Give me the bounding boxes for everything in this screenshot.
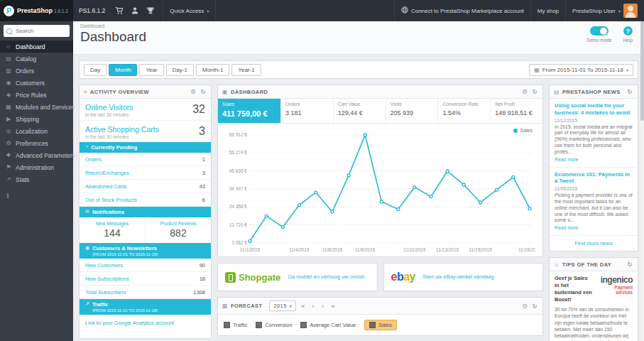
refresh-icon[interactable]: ↻ bbox=[531, 88, 538, 95]
sidebar-item-orders[interactable]: ▥Orders bbox=[0, 65, 73, 77]
ebay-promo[interactable]: ebay Start uw eBay-winkel vandaag bbox=[383, 263, 544, 291]
refresh-icon[interactable]: ↻ bbox=[200, 88, 207, 95]
marketplace-connect-link[interactable]: Connect to PrestaShop Marketplace accoun… bbox=[394, 0, 530, 21]
range-day-minus-1-button[interactable]: Day-1 bbox=[166, 64, 194, 76]
gear-icon[interactable]: ⚙ bbox=[521, 303, 528, 310]
row-link[interactable]: Return/Exchanges bbox=[85, 170, 129, 176]
sidebar-item-administration[interactable]: ⚑Administration bbox=[0, 161, 73, 173]
quick-access-menu[interactable]: Quick Access ▾ bbox=[163, 0, 216, 21]
online-visitors-link[interactable]: Online Visitors bbox=[85, 103, 133, 112]
demo-mode-toggle[interactable] bbox=[590, 26, 608, 36]
sidebar-item-stats[interactable]: ↗Stats bbox=[0, 173, 73, 185]
search-input[interactable] bbox=[14, 27, 64, 35]
cart-icon[interactable] bbox=[115, 6, 124, 15]
active-carts-value: 3 bbox=[199, 125, 205, 138]
news-article-title[interactable]: Ecommerce 101: Payments in a Tweet bbox=[555, 171, 633, 185]
sidebar-item-modules[interactable]: ▦Modules and Services bbox=[0, 101, 73, 113]
breadcrumb[interactable]: Dashboard bbox=[80, 23, 637, 28]
range-month-button[interactable]: Month bbox=[109, 64, 137, 76]
read-more-link[interactable]: Read more bbox=[555, 225, 579, 230]
help-icon[interactable]: ? bbox=[623, 26, 633, 36]
user-menu[interactable]: PrestaShop User ▾ bbox=[565, 0, 644, 21]
sidebar-item-label: Preferences bbox=[16, 140, 48, 147]
news-article-title[interactable]: Using social media for your business: 4 … bbox=[555, 102, 633, 117]
sidebar-item-advanced-parameters[interactable]: ✚Advanced Parameters bbox=[0, 149, 73, 161]
sidebar-item-preferences[interactable]: ⚙Preferences bbox=[0, 137, 73, 149]
ebay-link[interactable]: Start uw eBay-winkel vandaag bbox=[422, 274, 494, 280]
forecast-legend-average-cart-value[interactable]: Average Cart Value bbox=[300, 322, 356, 328]
chart-legend[interactable]: Sales bbox=[513, 128, 533, 133]
activity-panel-header: ≈ Activity overview ⚙ ↻ bbox=[80, 85, 211, 99]
product-reviews-stat[interactable]: Product Reviews 882 bbox=[145, 217, 211, 243]
news-article: Using social media for your business: 4 … bbox=[550, 99, 638, 168]
range-month-minus-1-button[interactable]: Month-1 bbox=[196, 64, 229, 76]
gear-icon[interactable]: ⚙ bbox=[190, 88, 197, 95]
google-analytics-link[interactable]: Link to your Google Analytics account bbox=[80, 315, 211, 331]
row-link[interactable]: Total Subscribers bbox=[85, 289, 126, 296]
gear-icon[interactable]: ⚙ bbox=[521, 88, 528, 95]
find-more-news-link[interactable]: Find more news bbox=[550, 236, 638, 251]
traffic-header: ↗ Traffic (FROM 2015-11-01 TO 2015-11-18… bbox=[80, 299, 211, 315]
pending-row-returns: Return/Exchanges3 bbox=[80, 166, 211, 180]
catalog-icon: ▤ bbox=[5, 55, 12, 62]
row-link[interactable]: Out of Stock Products bbox=[85, 197, 137, 203]
next-page-icon[interactable]: › bbox=[320, 303, 326, 310]
trophy-icon[interactable] bbox=[146, 6, 155, 15]
stat-value: 144 bbox=[81, 227, 143, 239]
new-messages-stat[interactable]: New Messages 144 bbox=[80, 217, 145, 243]
sidebar-item-localization[interactable]: ◎Localization bbox=[0, 125, 73, 137]
active-carts-link[interactable]: Active Shopping Carts bbox=[85, 125, 159, 134]
sidebar-item-customers[interactable]: ◉Customers bbox=[0, 77, 73, 89]
last-page-icon[interactable]: » bbox=[329, 303, 337, 310]
sidebar-item-price-rules[interactable]: ◈Price Rules bbox=[0, 89, 73, 101]
forecast-legend-traffic[interactable]: Traffic bbox=[224, 322, 247, 328]
pending-row-abandoned-carts: Abandoned Carts43 bbox=[80, 180, 211, 193]
first-page-icon[interactable]: « bbox=[299, 303, 307, 310]
customer-icon[interactable] bbox=[131, 6, 139, 15]
forecast-legend-conversion[interactable]: Conversion bbox=[256, 322, 292, 328]
refresh-icon[interactable]: ↻ bbox=[626, 88, 633, 95]
forecast-year-select[interactable]: 2015 ▾ bbox=[269, 301, 296, 311]
row-link[interactable]: Abandoned Carts bbox=[85, 183, 126, 190]
sidebar-nav: ⌂Dashboard ▤Catalog ▥Orders ◉Customers ◈… bbox=[0, 40, 73, 185]
stat-orders[interactable]: Orders3 181 bbox=[281, 99, 334, 123]
range-day-button[interactable]: Day bbox=[84, 64, 107, 76]
svg-text:13 720 €: 13 720 € bbox=[229, 222, 248, 227]
stat-sales[interactable]: Sales411 759,00 € bbox=[218, 99, 281, 123]
refresh-icon[interactable]: ↻ bbox=[626, 261, 633, 268]
shopgate-promo[interactable]: Shopgate Ga mobiel en verhoog uw omzet bbox=[217, 263, 378, 291]
sidebar-item-label: Stats bbox=[16, 176, 29, 183]
chevron-down-icon: ▾ bbox=[207, 9, 209, 13]
stats-icon: ↗ bbox=[5, 176, 12, 183]
stat-cart-value[interactable]: Cart Value129,44 € bbox=[334, 99, 386, 123]
sidebar-item-shipping[interactable]: ▶Shipping bbox=[0, 113, 73, 125]
forecast-legend-sales[interactable]: Sales bbox=[364, 320, 397, 330]
scrollbar[interactable] bbox=[640, 21, 644, 341]
sidebar-collapse-button[interactable]: ‖ bbox=[0, 185, 73, 207]
range-year-button[interactable]: Year bbox=[139, 64, 163, 76]
range-year-minus-1-button[interactable]: Year-1 bbox=[231, 64, 261, 76]
sidebar-search[interactable] bbox=[4, 25, 70, 37]
scrollbar-thumb[interactable] bbox=[640, 21, 644, 121]
my-shop-link[interactable]: My shop bbox=[530, 0, 565, 21]
svg-text:11/13/2015: 11/13/2015 bbox=[436, 247, 459, 252]
stat-conversion-rate[interactable]: Conversion Rate1.54% bbox=[438, 99, 491, 123]
date-range-picker[interactable]: ▦ From 2015-11-01 To 2015-11-18 ▾ bbox=[529, 64, 633, 76]
shop-name-link[interactable]: PS1.6.1.2 bbox=[79, 7, 105, 14]
row-link[interactable]: New Subscriptions bbox=[85, 276, 129, 282]
row-link[interactable]: Orders bbox=[85, 156, 102, 163]
stat-net-profit[interactable]: Net Profit148 918,51 € bbox=[491, 99, 542, 123]
ebay-letter: a bbox=[403, 271, 409, 283]
previous-page-icon[interactable]: ‹ bbox=[310, 303, 317, 310]
read-more-link[interactable]: Read more bbox=[555, 157, 579, 162]
sidebar-item-dashboard[interactable]: ⌂Dashboard bbox=[0, 40, 73, 53]
calendar-icon: ▦ bbox=[534, 67, 540, 73]
shopgate-link[interactable]: Ga mobiel en verhoog uw omzet bbox=[288, 274, 364, 280]
prestashop-logo[interactable]: P PrestaShop1.6.1.2 bbox=[0, 0, 73, 21]
row-link[interactable]: New Customers bbox=[85, 262, 123, 269]
refresh-icon[interactable]: ↻ bbox=[531, 303, 538, 310]
stat-label: Product Reviews bbox=[147, 221, 209, 226]
svg-text:45 635 €: 45 635 € bbox=[229, 168, 248, 173]
stat-visits[interactable]: Visits205 939 bbox=[386, 99, 439, 123]
sidebar-item-catalog[interactable]: ▤Catalog bbox=[0, 53, 73, 65]
